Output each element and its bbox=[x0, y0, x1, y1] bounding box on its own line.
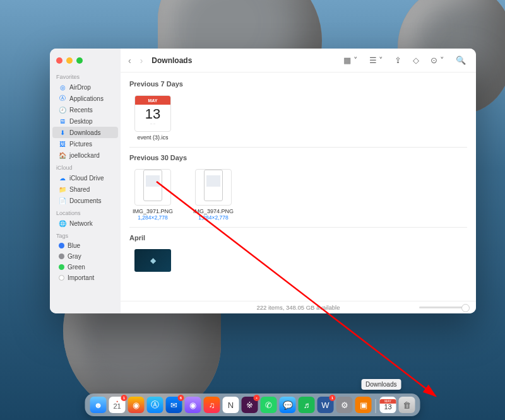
sidebar-item-shared[interactable]: 📁Shared bbox=[52, 184, 118, 195]
file-item[interactable]: IMG_3974.PNG 1,284×2,778 bbox=[190, 169, 237, 221]
sidebar-item-recents[interactable]: 🕘Recents bbox=[52, 104, 118, 115]
file-name: event (3).ics bbox=[129, 134, 176, 141]
home-icon: 🏠 bbox=[59, 151, 66, 159]
pictures-icon: 🖼 bbox=[59, 140, 66, 148]
network-icon: 🌐 bbox=[59, 219, 66, 227]
documents-icon: 📄 bbox=[59, 197, 66, 204]
finder-content[interactable]: Previous 7 Days MAY 13 ··· ··· event (3)… bbox=[121, 73, 476, 301]
file-item[interactable]: ◆ bbox=[129, 249, 176, 272]
sidebar-tag-gray[interactable]: Gray bbox=[52, 251, 118, 262]
png-thumbnail bbox=[195, 169, 232, 206]
file-dimensions: 1,284×2,778 bbox=[129, 214, 176, 221]
nav-arrows: ‹ › bbox=[128, 55, 143, 66]
sidebar-section-locations: Locations bbox=[50, 206, 121, 218]
tag-dot-icon bbox=[59, 254, 64, 259]
close-button[interactable] bbox=[56, 57, 62, 64]
minimize-button[interactable] bbox=[66, 57, 73, 64]
tag-dot-icon bbox=[59, 275, 64, 281]
finder-main: ‹ › Downloads ▦ ˅ ☰ ˅ ⇪ ◇ ⊙ ˅ 🔍 Previous… bbox=[121, 49, 476, 313]
icon-size-slider[interactable] bbox=[419, 306, 470, 308]
sidebar-item-label: iCloud Drive bbox=[69, 175, 104, 182]
sidebar-item-airdrop[interactable]: ◎AirDrop bbox=[52, 81, 118, 93]
finder-toolbar: ‹ › Downloads ▦ ˅ ☰ ˅ ⇪ ◇ ⊙ ˅ 🔍 bbox=[121, 49, 476, 73]
file-item[interactable]: IMG_3971.PNG 1,284×2,778 bbox=[129, 169, 176, 221]
image-thumbnail: ◆ bbox=[134, 249, 171, 272]
dock-messages-icon[interactable]: 💬 bbox=[280, 397, 296, 413]
zoom-button[interactable] bbox=[76, 57, 83, 64]
dock-trash-icon[interactable]: 🗑 bbox=[399, 397, 415, 413]
dock-settings-icon[interactable]: ⚙ bbox=[336, 397, 353, 413]
back-button[interactable]: ‹ bbox=[128, 55, 131, 66]
ics-month: MAY bbox=[135, 96, 170, 105]
dock: Downloads ☻ ●211 ◉ Ⓐ ✉6 ◉ ♫ N ※• ✆ 💬 ♬ W… bbox=[85, 394, 420, 416]
forward-button[interactable]: › bbox=[140, 55, 143, 66]
dock-appstore-icon[interactable]: Ⓐ bbox=[147, 397, 163, 413]
dock-finder-icon[interactable]: ☻ bbox=[90, 397, 107, 413]
icloud-icon: ☁ bbox=[59, 174, 66, 182]
sidebar-item-home[interactable]: 🏠joellockard bbox=[52, 149, 118, 161]
recents-icon: 🕘 bbox=[59, 106, 66, 114]
window-title: Downloads bbox=[152, 56, 192, 65]
tags-button[interactable]: ◇ bbox=[410, 55, 422, 65]
action-button[interactable]: ⊙ ˅ bbox=[428, 55, 447, 65]
share-button[interactable]: ⇪ bbox=[392, 55, 404, 65]
dock-music-icon[interactable]: ♫ bbox=[204, 397, 220, 413]
sidebar-item-label: Green bbox=[68, 264, 85, 271]
sidebar-item-network[interactable]: 🌐Network bbox=[52, 218, 118, 229]
sidebar-tag-green[interactable]: Green bbox=[52, 262, 118, 272]
sidebar-item-downloads[interactable]: ⬇Downloads bbox=[52, 127, 118, 138]
sidebar-item-applications[interactable]: ⒶApplications bbox=[52, 93, 118, 104]
group-header: Previous 7 Days bbox=[129, 75, 467, 91]
dock-mail-icon[interactable]: ✉6 bbox=[166, 397, 182, 413]
sidebar-item-icloud-drive[interactable]: ☁iCloud Drive bbox=[52, 172, 118, 184]
ics-sub: ··· ··· bbox=[150, 122, 155, 125]
sidebar-section-favorites: Favorites bbox=[50, 70, 121, 81]
dock-slack-icon[interactable]: ※• bbox=[242, 397, 258, 413]
sidebar-section-icloud: iCloud bbox=[50, 161, 121, 172]
view-icon-button[interactable]: ▦ ˅ bbox=[341, 55, 360, 65]
search-button[interactable]: 🔍 bbox=[453, 55, 468, 65]
dock-downloads-stack[interactable]: MAY 13 bbox=[380, 397, 396, 413]
dock-podcasts-icon[interactable]: ◉ bbox=[185, 397, 201, 413]
ics-day: 13 bbox=[145, 106, 160, 122]
file-item[interactable]: MAY 13 ··· ··· event (3).ics bbox=[129, 95, 176, 141]
window-controls bbox=[50, 54, 121, 70]
dock-tooltip: Downloads bbox=[361, 379, 401, 390]
group-button[interactable]: ☰ ˅ bbox=[367, 55, 386, 65]
shared-icon: 📁 bbox=[59, 185, 66, 193]
desktop-icon: 🖥 bbox=[59, 117, 66, 125]
dock-calendar-icon[interactable]: ●211 bbox=[109, 397, 126, 413]
dock-whatsapp-icon[interactable]: ✆ bbox=[261, 397, 277, 413]
sidebar-item-label: Shared bbox=[69, 186, 90, 193]
sidebar-section-tags: Tags bbox=[50, 229, 121, 240]
sidebar-item-documents[interactable]: 📄Documents bbox=[52, 195, 118, 206]
sidebar-item-label: AirDrop bbox=[69, 84, 91, 91]
status-text: 222 items, 348.05 GB available bbox=[256, 304, 340, 311]
dock-notion-icon[interactable]: N bbox=[223, 397, 239, 413]
applications-icon: Ⓐ bbox=[59, 95, 66, 102]
sidebar-item-pictures[interactable]: 🖼Pictures bbox=[52, 138, 118, 149]
sidebar-item-label: Blue bbox=[68, 242, 80, 249]
dock-app-icon[interactable]: ▣ bbox=[355, 397, 372, 413]
airdrop-icon: ◎ bbox=[59, 83, 66, 91]
sidebar-item-label: Applications bbox=[69, 95, 104, 102]
dock-word-icon[interactable]: W1 bbox=[318, 397, 334, 413]
group-header: April bbox=[129, 229, 467, 245]
sidebar-item-label: Important bbox=[68, 274, 94, 281]
file-dimensions: 1,284×2,778 bbox=[190, 214, 237, 221]
file-row: ◆ bbox=[129, 245, 467, 277]
status-bar: 222 items, 348.05 GB available bbox=[121, 301, 476, 313]
ics-thumbnail: MAY 13 ··· ··· bbox=[134, 95, 171, 132]
sidebar-item-label: joellockard bbox=[69, 152, 100, 159]
sidebar-item-label: Downloads bbox=[69, 129, 100, 136]
sidebar-tag-blue[interactable]: Blue bbox=[52, 240, 118, 251]
file-name: IMG_3971.PNG bbox=[129, 208, 176, 214]
sidebar-tag-important[interactable]: Important bbox=[52, 272, 118, 283]
downloads-icon: ⬇ bbox=[59, 129, 66, 136]
file-row: MAY 13 ··· ··· event (3).ics bbox=[129, 91, 467, 146]
sidebar-item-label: Recents bbox=[69, 107, 93, 114]
tag-dot-icon bbox=[59, 264, 64, 270]
sidebar-item-desktop[interactable]: 🖥Desktop bbox=[52, 115, 118, 127]
dock-chrome-icon[interactable]: ◉ bbox=[128, 397, 145, 413]
dock-spotify-icon[interactable]: ♬ bbox=[299, 397, 315, 413]
